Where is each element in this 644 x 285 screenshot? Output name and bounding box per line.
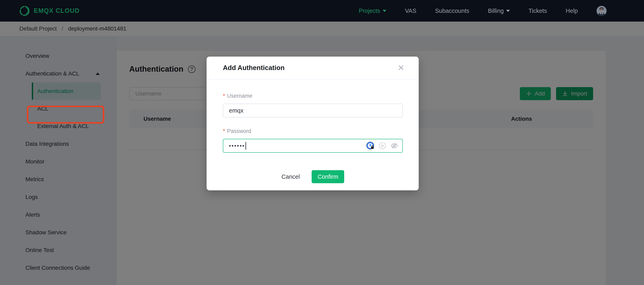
top-navbar: EMQX CLOUD Projects VAS Subaccounts Bill… bbox=[0, 0, 644, 22]
close-icon[interactable]: ✕ bbox=[398, 64, 404, 72]
username-field-label: Username bbox=[227, 93, 252, 99]
dialog-title: Add Authentication bbox=[223, 64, 284, 72]
chevron-down-icon bbox=[383, 10, 386, 12]
nav-item-help[interactable]: Help bbox=[566, 8, 578, 14]
emqx-cloud-logo[interactable]: EMQX CLOUD bbox=[19, 5, 80, 16]
nav-item-subaccounts[interactable]: Subaccounts bbox=[435, 8, 469, 14]
user-avatar[interactable] bbox=[596, 6, 606, 16]
eye-off-icon[interactable] bbox=[390, 142, 398, 150]
add-authentication-dialog: Add Authentication ✕ * Username * Passwo… bbox=[206, 56, 419, 190]
text-cursor bbox=[246, 142, 246, 150]
cancel-button[interactable]: Cancel bbox=[282, 174, 300, 180]
password-masked-value: •••••• bbox=[229, 143, 245, 149]
clear-icon[interactable] bbox=[379, 142, 386, 150]
emqx-logo-icon bbox=[19, 5, 30, 16]
username-field[interactable] bbox=[223, 104, 403, 118]
password-field[interactable]: •••••• bbox=[223, 139, 403, 153]
nav-item-tickets[interactable]: Tickets bbox=[528, 8, 547, 14]
required-asterisk: * bbox=[223, 93, 225, 99]
password-manager-icon[interactable] bbox=[366, 142, 375, 150]
nav-item-projects[interactable]: Projects bbox=[359, 8, 386, 14]
logo-text: EMQX CLOUD bbox=[34, 7, 80, 14]
required-asterisk: * bbox=[223, 128, 225, 134]
chevron-down-icon bbox=[506, 10, 510, 12]
password-field-label: Password bbox=[227, 128, 251, 134]
confirm-button[interactable]: Confirm bbox=[312, 170, 344, 183]
nav-menu: Projects VAS Subaccounts Billing Tickets… bbox=[359, 6, 606, 16]
nav-item-billing[interactable]: Billing bbox=[488, 8, 510, 14]
nav-item-vas[interactable]: VAS bbox=[405, 8, 416, 14]
